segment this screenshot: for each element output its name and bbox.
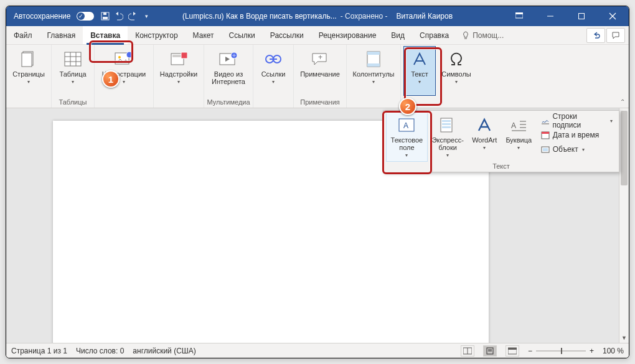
drop-cap-button[interactable]: A Буквица▾ (502, 112, 535, 162)
svg-rect-37 (442, 126, 451, 128)
saved-indicator: - Сохранено - (341, 12, 388, 21)
tab-design[interactable]: Конструктор (128, 26, 185, 44)
scroll-down-icon[interactable]: ▼ (619, 333, 629, 343)
addins-button[interactable]: Надстройки▾ (156, 46, 201, 96)
ribbon-display-options-icon[interactable] (506, 6, 533, 26)
pages-button[interactable]: Страницы▾ (9, 46, 49, 96)
svg-rect-47 (543, 148, 548, 151)
quick-parts-icon (438, 115, 458, 135)
date-time-button[interactable]: Дата и время (537, 128, 616, 142)
ribbon: Страницы▾ Таблица▾ Таблицы Иллюстрации▾ … (6, 45, 629, 108)
tab-references[interactable]: Ссылки (222, 26, 263, 44)
text-box-button[interactable]: A Текстовое поле▾ (386, 112, 428, 162)
svg-text:+: + (318, 53, 322, 62)
header-footer-button[interactable]: Колонтитулы▾ (349, 46, 398, 96)
media-group-label: Мультимедиа (207, 98, 250, 106)
print-layout-button[interactable] (483, 345, 497, 357)
wordart-button[interactable]: WordArt▾ (468, 112, 501, 162)
online-video-button[interactable]: Видео из Интернета (207, 46, 250, 96)
zoom-slider[interactable] (536, 350, 586, 352)
svg-rect-54 (508, 348, 517, 350)
tab-mailings[interactable]: Рассылки (263, 26, 311, 44)
svg-rect-36 (442, 123, 451, 125)
document-name: (Lumpics.ru) Как в Ворде писать вертикал… (182, 12, 337, 21)
tables-group-label: Таблицы (54, 98, 92, 106)
qat-dropdown-icon[interactable]: ▾ (141, 11, 151, 21)
user-name: Виталий Каиров (396, 12, 453, 21)
autosave-label: Автосохранение (14, 12, 70, 21)
calendar-icon (540, 130, 550, 140)
svg-rect-31 (367, 63, 380, 67)
close-button[interactable] (599, 6, 626, 26)
svg-point-18 (118, 56, 121, 58)
table-button[interactable]: Таблица▾ (54, 46, 92, 96)
svg-rect-12 (65, 52, 81, 66)
status-language[interactable]: английский (США) (133, 347, 195, 355)
undo-icon[interactable] (114, 11, 124, 21)
zoom-level[interactable]: 100 % (603, 347, 624, 355)
tab-file[interactable]: Файл (6, 26, 40, 44)
web-layout-button[interactable] (506, 345, 519, 357)
svg-rect-2 (103, 12, 106, 15)
comments-button[interactable] (606, 28, 625, 43)
svg-rect-22 (181, 52, 187, 58)
status-word-count[interactable]: Число слов: 0 (76, 347, 124, 355)
collapse-ribbon-icon[interactable]: ⌃ (620, 98, 625, 105)
text-button[interactable]: Текст▾ (403, 46, 436, 96)
vertical-scrollbar[interactable]: ▲ ▼ (619, 108, 629, 343)
pictures-icon (114, 49, 134, 69)
maximize-button[interactable] (568, 6, 595, 26)
svg-rect-6 (579, 14, 585, 19)
save-icon[interactable] (100, 11, 110, 21)
zoom-in-button[interactable]: + (590, 347, 594, 355)
symbols-button[interactable]: Символы▾ (437, 46, 476, 96)
minimize-button[interactable] (537, 6, 564, 26)
quick-parts-button[interactable]: Экспресс-блоки▾ (429, 112, 467, 162)
addins-icon (169, 49, 189, 69)
tab-home[interactable]: Главная (40, 26, 83, 44)
svg-rect-35 (442, 120, 451, 122)
video-icon (219, 49, 238, 69)
tab-view[interactable]: Вид (383, 26, 412, 44)
status-bar: Страница 1 из 1 Число слов: 0 английский… (6, 343, 629, 358)
signature-line-button[interactable]: Строки подписи▾ (537, 114, 616, 128)
comments-group-label: Примечания (296, 98, 344, 106)
title-bar: Автосохранение ▾ (Lumpics.ru) Как в Ворд… (6, 6, 629, 26)
tab-review[interactable]: Рецензирование (311, 26, 384, 44)
annotation-marker-1: 1 (102, 70, 120, 88)
drop-cap-icon: A (509, 115, 529, 135)
text-box-icon: A (397, 115, 416, 135)
signature-icon (540, 116, 550, 126)
redo-icon[interactable] (128, 11, 138, 21)
illustrations-button[interactable]: Иллюстрации▾ (97, 46, 151, 96)
header-footer-icon (364, 49, 383, 69)
object-button[interactable]: Объект▾ (537, 142, 616, 156)
pages-icon (19, 49, 39, 69)
text-gallery-popup: A Текстовое поле▾ Экспресс-блоки▾ WordAr… (383, 110, 619, 172)
annotation-marker-2: 2 (399, 98, 416, 115)
comment-button[interactable]: + Примечание (296, 46, 344, 96)
status-page[interactable]: Страница 1 из 1 (11, 347, 67, 355)
object-icon (540, 144, 550, 154)
comment-icon: + (310, 49, 330, 69)
svg-text:A: A (511, 121, 516, 130)
svg-rect-30 (367, 52, 380, 55)
tab-help[interactable]: Справка (412, 26, 456, 44)
wordart-icon (474, 115, 494, 135)
autosave-toggle[interactable] (77, 12, 94, 21)
svg-rect-11 (22, 53, 32, 67)
link-icon (263, 49, 283, 69)
tell-me-search[interactable]: Помощ... (456, 26, 509, 44)
scrollbar-thumb[interactable] (621, 111, 628, 185)
share-button[interactable] (586, 28, 605, 43)
read-mode-button[interactable] (461, 345, 474, 357)
tab-insert[interactable]: Вставка (83, 26, 128, 44)
tab-layout[interactable]: Макет (186, 26, 222, 44)
svg-point-19 (126, 52, 133, 58)
links-button[interactable]: Ссылки▾ (256, 46, 291, 96)
text-icon (410, 49, 430, 69)
zoom-out-button[interactable]: − (528, 347, 532, 355)
svg-rect-45 (542, 132, 549, 134)
text-group-label: Текст (386, 162, 616, 170)
svg-rect-1 (103, 17, 108, 19)
